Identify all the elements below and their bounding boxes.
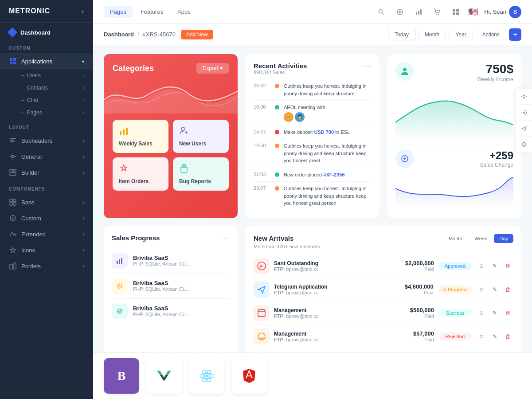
topnav-tabs: Pages Features Apps [104, 6, 197, 18]
copy-icon[interactable]: ⊙ [476, 308, 487, 318]
right-icon-send[interactable] [516, 121, 532, 137]
general-label: General [21, 153, 42, 160]
income-avatar [395, 62, 414, 81]
arrivals-app-name: Sant Outstanding FTP: bprow@bnc.cc [274, 260, 390, 272]
layout-section-label: LAYOUT [0, 119, 93, 133]
dashboard-label: Dashboard [20, 29, 51, 36]
activity-time: 08:42 [254, 83, 270, 88]
brand-name: METRONIC [9, 7, 50, 15]
activity-text: New order placed #XF-2356 [284, 171, 372, 179]
sidebar-item-chat[interactable]: – Chat › [21, 94, 93, 106]
status-badge: Approved [438, 262, 472, 270]
bug-reports-label: Bug Reports [179, 178, 223, 184]
sidebar-item-users[interactable]: – Users › [21, 69, 93, 82]
network-icon[interactable] [394, 6, 406, 18]
sidebar-item-builder[interactable]: Builder › [0, 164, 93, 180]
app-icon-mgmt1 [254, 305, 270, 321]
arrivals-app-name: Management FTP: bprow@bnc.cc [274, 331, 390, 342]
arrivals-amount: $560,000 Paid [394, 307, 434, 319]
delete-icon[interactable]: 🗑 [503, 308, 513, 318]
sidebar-item-portlets[interactable]: Portlets › [0, 258, 93, 274]
weekly-sales-card: Weekly Sales [113, 120, 168, 153]
flag-icon[interactable]: 🇺🇸 [468, 7, 478, 17]
categories-card: Categories Export ▾ Weekly Sa [104, 54, 238, 218]
sales-item-name: Briviba SaaS [133, 254, 191, 261]
activity-time: 23:07 [254, 185, 270, 191]
copy-icon[interactable]: ⊙ [476, 284, 487, 295]
framework-bootstrap[interactable]: B [104, 358, 139, 394]
copy-icon[interactable]: ⊙ [476, 331, 487, 342]
sidebar-item-general[interactable]: General › [0, 149, 93, 164]
right-icon-bell[interactable] [516, 137, 532, 153]
actions-button[interactable]: Actions [476, 29, 506, 40]
arrivals-tab-day[interactable]: Day [494, 234, 513, 243]
activity-item: 23:07 Outlines keep you honest. Indulgin… [254, 182, 372, 210]
add-new-button[interactable]: Add New [181, 30, 213, 39]
chart-icon[interactable] [412, 6, 425, 18]
activities-menu-icon[interactable]: ··· [363, 62, 372, 70]
extended-icon [9, 230, 17, 238]
activity-item: 10:00 AEOL meeting with 😊 👩 [254, 101, 372, 125]
sidebar-item-subheaders[interactable]: Subheaders › [0, 133, 93, 149]
subheaders-arrow: › [83, 138, 84, 143]
edit-icon[interactable]: ✎ [489, 284, 500, 295]
tab-features[interactable]: Features [134, 6, 169, 18]
right-icon-settings[interactable] [516, 89, 532, 105]
delete-icon[interactable]: 🗑 [503, 284, 513, 295]
right-icon-gear[interactable] [516, 105, 532, 121]
framework-react[interactable] [189, 358, 224, 394]
frameworks-bar: B [93, 352, 532, 399]
edit-icon[interactable]: ✎ [489, 261, 500, 271]
sidebar-item-extended[interactable]: Extended › [0, 226, 93, 242]
activity-text: Outlines keep you honest. Indulging in p… [284, 185, 372, 207]
arrivals-tab-week[interactable]: Week [469, 234, 493, 243]
status-badge: Rejected [438, 332, 472, 340]
today-button[interactable]: Today [388, 29, 415, 40]
month-button[interactable]: Month [418, 29, 446, 40]
sidebar-item-base[interactable]: Base › [0, 194, 93, 210]
sidebar-item-applications[interactable]: Applications ▾ [0, 53, 93, 69]
sidebar-item-custom[interactable]: Custom › [0, 210, 93, 226]
framework-angular[interactable] [231, 358, 267, 394]
tab-apps[interactable]: Apps [171, 6, 197, 18]
user-menu[interactable]: Hi, Sean S [484, 6, 521, 18]
sidebar-item-contacts[interactable]: – Contacts › [21, 82, 93, 94]
svg-rect-23 [420, 9, 422, 15]
search-icon[interactable] [375, 6, 387, 18]
delete-icon[interactable]: 🗑 [503, 261, 513, 271]
arrivals-tab-month[interactable]: Month [443, 234, 468, 243]
breadcrumb: Dashboard / #XRS-45670 [104, 31, 176, 38]
sidebar-item-dashboard[interactable]: Dashboard [0, 23, 93, 39]
sidebar-item-pages[interactable]: – Pages › [21, 106, 93, 119]
export-button[interactable]: Export ▾ [196, 63, 229, 74]
item-orders-icon [119, 164, 162, 176]
year-button[interactable]: Year [449, 29, 473, 40]
svg-rect-27 [456, 9, 459, 12]
tab-pages[interactable]: Pages [104, 6, 133, 18]
sidebar-toggle-icon[interactable]: ‹ [82, 8, 84, 15]
sidebar-item-icons[interactable]: Icons › [0, 242, 93, 258]
svg-rect-34 [182, 164, 186, 167]
add-icon[interactable]: + [509, 28, 521, 41]
copy-icon[interactable]: ⊙ [476, 261, 487, 271]
activity-item: 08:42 Outlines keep you honest. Indulgin… [254, 79, 372, 101]
components-section-label: COMPONENTS [0, 180, 93, 194]
edit-icon[interactable]: ✎ [489, 308, 500, 318]
sales-menu-icon[interactable]: ··· [221, 234, 230, 242]
income-amount: 750$ [477, 62, 513, 76]
grid-icon[interactable] [450, 6, 462, 18]
activity-item: 16:50 Outlines keep you honest. Indulgin… [254, 139, 372, 168]
categories-header: Categories Export ▾ [113, 63, 229, 74]
arrivals-subtitle: More than 400+ new members [254, 244, 513, 249]
framework-vue[interactable] [146, 358, 182, 394]
delete-icon[interactable]: 🗑 [503, 331, 513, 342]
edit-icon[interactable]: ✎ [489, 331, 500, 342]
avatar: 👩 [295, 112, 305, 122]
app-icon-sant: P [254, 258, 270, 274]
svg-rect-9 [13, 169, 16, 172]
cart-icon[interactable] [431, 6, 443, 18]
applications-subnav: – Users › – Contacts › – Chat › – Pages … [0, 69, 93, 119]
svg-rect-12 [13, 199, 16, 202]
sidebar-logo: METRONIC ‹ [0, 0, 93, 23]
svg-rect-11 [10, 199, 12, 202]
